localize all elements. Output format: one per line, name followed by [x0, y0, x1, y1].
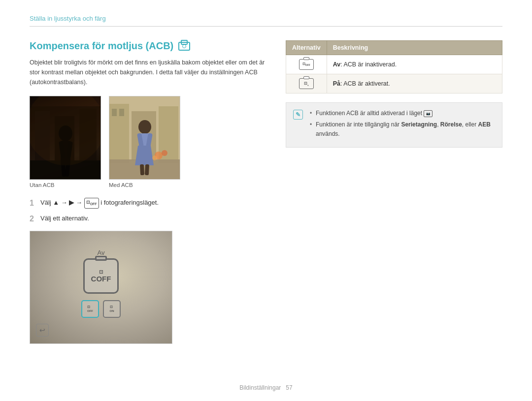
note-icon: ✎ [293, 110, 303, 120]
step-1: 1 Välj ▲ → ▶ → ⊡OFF i fotograferingsläge… [30, 198, 266, 209]
camera-icon-note: 📷 [424, 110, 432, 117]
acb-off-icon-inline: ⊡OFF [84, 198, 99, 209]
footer-text: Bildinställningar [239, 384, 281, 391]
step-2-text: Välj ett alternativ. [40, 214, 89, 223]
photo-dark-svg [30, 96, 101, 180]
photo-with-acb: Med ACB [109, 96, 180, 188]
svg-point-19 [138, 120, 151, 134]
page-footer: Bildinställningar 57 [0, 384, 532, 391]
table-desc-on: På: ACB är aktiverat. [327, 74, 502, 93]
table-header-alternativ: Alternativ [286, 41, 327, 55]
photo-bright-svg [109, 96, 180, 180]
small-icon-on-label: ⊡ON [110, 305, 114, 312]
acb-icon-coff: COFF [91, 275, 111, 283]
table-icon-notch-on [303, 76, 309, 79]
small-icon-on[interactable]: ⊡ON [103, 300, 121, 318]
table-desc-off-rest: : ACB är inaktiverad. [340, 61, 397, 68]
steps-section: 1 Välj ▲ → ▶ → ⊡OFF i fotograferingsläge… [30, 198, 266, 225]
note-content: Funktionen ACB är alltid aktiverad i läg… [308, 109, 495, 141]
right-column: Alternativ Beskrivning ⊡OFF [286, 40, 502, 344]
section-title-text: Kompensera för motljus (ACB) [30, 40, 173, 52]
note-list: Funktionen ACB är alltid aktiverad i läg… [308, 109, 495, 139]
svg-rect-24 [140, 164, 144, 175]
table-row-off: ⊡OFF Av: ACB är inaktiverad. [286, 55, 502, 74]
main-content: Kompensera för motljus (ACB) Objektet bl… [30, 40, 502, 344]
table-desc-on-bold: På [333, 80, 340, 87]
description-text: Objektet blir troligtvis för mörkt om de… [30, 58, 266, 87]
table-desc-off: Av: ACB är inaktiverad. [327, 55, 502, 74]
photo-with-label: Med ACB [109, 182, 133, 188]
svg-point-11 [30, 96, 101, 165]
footer-page: 57 [286, 384, 292, 391]
svg-point-28 [152, 155, 157, 160]
page-container: Ställa in ljusstyrka och färg Kompensera… [0, 0, 532, 401]
photo-without-label: Utan ACB [30, 182, 55, 188]
acb-icon-top: ⊡ [99, 269, 103, 275]
note-box-inner: ✎ Funktionen ACB är alltid aktiverad i l… [293, 109, 495, 141]
big-acb-icon: ⊡ COFF [83, 258, 119, 294]
table-acb-off-icon: ⊡OFF [299, 59, 314, 70]
small-icon-off[interactable]: ⊡OFF [81, 300, 99, 318]
info-table: Alternativ Beskrivning ⊡OFF [286, 40, 502, 93]
table-desc-off-bold: Av [333, 61, 341, 68]
section-title: Kompensera för motljus (ACB) [30, 40, 266, 52]
photo-dark [30, 96, 101, 180]
camera-lens [182, 44, 186, 48]
camera-icon [178, 42, 190, 51]
table-icon-cell-off: ⊡OFF [286, 55, 327, 74]
screenshot-inner: Av ⊡ COFF ⊡OF [30, 231, 172, 343]
note-item-1: Funktionen ACB är alltid aktiverad i läg… [308, 109, 495, 118]
table-row-on: ⊡+ På: ACB är aktiverat. [286, 74, 502, 93]
photo-bright [109, 96, 180, 180]
small-icons-row: ⊡OFF ⊡ON [81, 300, 121, 318]
note-item-2: Funktionen är inte tillgänglig när Serie… [308, 120, 495, 139]
acb-icon-text-group: ⊡ COFF [91, 269, 111, 283]
note-box: ✎ Funktionen ACB är alltid aktiverad i l… [286, 102, 502, 148]
table-acb-on-icon: ⊡+ [299, 78, 314, 89]
svg-rect-14 [112, 109, 117, 116]
table-icon-off-text: ⊡OFF [302, 62, 310, 66]
svg-marker-21 [135, 146, 154, 165]
breadcrumb: Ställa in ljusstyrka och färg [30, 15, 502, 27]
table-icon-notch-off [303, 57, 309, 60]
acb-icon-notch [95, 256, 107, 261]
svg-rect-15 [119, 109, 124, 116]
screenshot-av-label: Av [98, 249, 105, 256]
back-arrow[interactable]: ↩ [36, 324, 49, 337]
big-acb-container: ⊡ COFF [83, 258, 119, 294]
step-2-number: 2 [30, 214, 37, 224]
step-2: 2 Välj ett alternativ. [30, 214, 266, 224]
table-desc-on-rest: : ACB är aktiverat. [340, 80, 390, 87]
table-icon-cell-on: ⊡+ [286, 74, 327, 93]
svg-point-27 [162, 150, 167, 156]
table-icon-on-text: ⊡+ [304, 81, 309, 87]
small-icon-off-label: ⊡OFF [87, 305, 93, 312]
photo-comparison: Utan ACB [30, 96, 266, 188]
step-1-number: 1 [30, 198, 37, 209]
breadcrumb-text: Ställa in ljusstyrka och färg [30, 15, 106, 22]
camera-screenshot: Av ⊡ COFF ⊡OF [30, 231, 172, 344]
photo-without-acb: Utan ACB [30, 96, 101, 188]
step-1-text: Välj ▲ → ▶ → ⊡OFF i fotograferingsläget. [40, 198, 159, 209]
left-column: Kompensera för motljus (ACB) Objektet bl… [30, 40, 266, 344]
svg-rect-25 [145, 164, 149, 175]
table-header-beskrivning: Beskrivning [327, 41, 502, 55]
